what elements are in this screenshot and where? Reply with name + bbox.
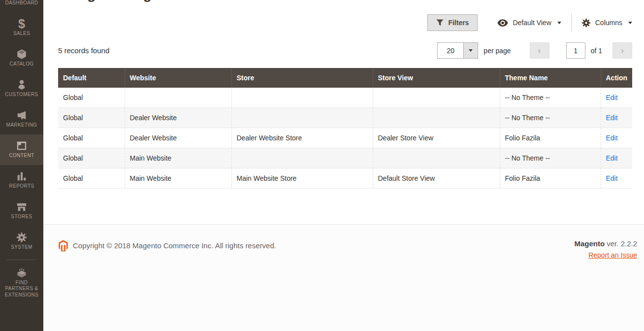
brick-icon bbox=[16, 267, 27, 278]
brand-name: Magento bbox=[574, 239, 605, 248]
per-page-select[interactable]: 20 bbox=[437, 42, 478, 59]
cell-website: Main Website bbox=[125, 148, 231, 168]
edit-link[interactable]: Edit bbox=[606, 114, 618, 122]
sidebar-item-label: MARKETING bbox=[6, 122, 37, 129]
sidebar-item-label: CUSTOMERS bbox=[5, 92, 38, 98]
sidebar-item-catalog[interactable]: CATALOG bbox=[0, 43, 43, 73]
column-header-action: Action bbox=[601, 68, 632, 88]
columns-label: Columns bbox=[595, 19, 622, 27]
cube-icon bbox=[16, 49, 27, 60]
cell-theme-name: -- No Theme -- bbox=[500, 88, 601, 108]
page-title: Design Configuration bbox=[58, 0, 644, 3]
records-pagination-row: 5 records found 20 per page ‹ of 1 › bbox=[58, 42, 632, 59]
sidebar-item-sales[interactable]: $ SALES bbox=[0, 12, 43, 43]
cell-store-view bbox=[373, 88, 500, 108]
cell-website: Main Website bbox=[125, 168, 231, 189]
cell-store bbox=[231, 148, 373, 168]
table-row: Global Dealer Website -- No Theme -- Edi… bbox=[58, 108, 632, 128]
gear-icon bbox=[16, 232, 27, 243]
sidebar-item-label: REPORTS bbox=[9, 183, 34, 190]
window-icon bbox=[16, 140, 27, 151]
columns-dropdown[interactable]: Columns bbox=[581, 18, 632, 28]
cell-store-view: Dealer Store View bbox=[373, 128, 500, 148]
design-config-table: Default Website Store Store View Theme N… bbox=[58, 68, 632, 189]
previous-page-button[interactable]: ‹ bbox=[530, 42, 549, 59]
copyright-text: Copyright © 2018 Magento Commerce Inc. A… bbox=[73, 241, 276, 250]
sidebar-item-label: FIND PARTNERS & EXTENSIONS bbox=[3, 280, 40, 298]
column-header-default[interactable]: Default bbox=[58, 68, 125, 88]
cell-store: Main Website Store bbox=[231, 168, 373, 189]
edit-link[interactable]: Edit bbox=[606, 134, 618, 142]
grid-toolbar: Filters Default View Columns bbox=[43, 13, 632, 32]
sidebar-item-system[interactable]: SYSTEM bbox=[0, 226, 43, 257]
table-row: Global -- No Theme -- Edit bbox=[58, 88, 632, 108]
version-text: Magento ver. 2.2.2 bbox=[574, 239, 637, 248]
table-row: Global Main Website Main Website Store D… bbox=[58, 168, 632, 189]
cell-default: Global bbox=[58, 148, 125, 168]
table-header-row: Default Website Store Store View Theme N… bbox=[58, 68, 632, 88]
edit-link[interactable]: Edit bbox=[606, 94, 618, 101]
chevron-down-icon bbox=[628, 22, 632, 24]
eye-icon bbox=[497, 19, 508, 27]
storefront-icon bbox=[16, 201, 27, 212]
main-content: Design Configuration Filters Default Vie… bbox=[43, 0, 644, 331]
table-row: Global Main Website -- No Theme -- Edit bbox=[58, 148, 632, 168]
person-icon bbox=[16, 79, 27, 90]
edit-link[interactable]: Edit bbox=[606, 174, 618, 182]
sidebar-item-stores[interactable]: STORES bbox=[0, 196, 43, 226]
cell-theme-name: -- No Theme -- bbox=[500, 148, 601, 168]
sidebar-item-label: STORES bbox=[11, 214, 32, 220]
gear-icon bbox=[581, 18, 591, 28]
sidebar-item-reports[interactable]: REPORTS bbox=[0, 165, 43, 196]
select-caret[interactable] bbox=[463, 43, 478, 58]
sidebar-item-dashboard[interactable]: DASHBOARD bbox=[0, 0, 43, 12]
cell-website: Dealer Website bbox=[125, 108, 231, 128]
cell-default: Global bbox=[58, 168, 125, 189]
cell-store bbox=[231, 108, 373, 128]
bar-chart-icon bbox=[16, 171, 27, 182]
cell-store-view bbox=[373, 148, 500, 168]
sidebar-item-label: SALES bbox=[13, 31, 30, 37]
cell-theme-name: -- No Theme -- bbox=[500, 108, 601, 128]
sidebar-item-customers[interactable]: CUSTOMERS bbox=[0, 73, 43, 104]
report-issue-link[interactable]: Report an Issue bbox=[588, 251, 637, 259]
dollar-icon: $ bbox=[18, 18, 25, 29]
current-page-input[interactable] bbox=[566, 42, 585, 59]
cell-website: Dealer Website bbox=[125, 128, 231, 148]
per-page-label: per page bbox=[483, 47, 511, 55]
cell-default: Global bbox=[58, 128, 125, 148]
version-number: ver. 2.2.2 bbox=[607, 239, 637, 248]
column-header-theme-name[interactable]: Theme Name bbox=[500, 68, 601, 88]
sidebar-item-label: DASHBOARD bbox=[5, 0, 38, 6]
cell-store: Dealer Website Store bbox=[231, 128, 373, 148]
cell-store bbox=[231, 88, 373, 108]
column-header-store-view[interactable]: Store View bbox=[373, 68, 500, 88]
cell-theme-name: Folio Fazila bbox=[500, 168, 601, 189]
magento-logo-icon bbox=[58, 239, 68, 252]
admin-footer: Copyright © 2018 Magento Commerce Inc. A… bbox=[43, 224, 644, 331]
toolbar-divider bbox=[571, 14, 572, 32]
filters-button[interactable]: Filters bbox=[427, 14, 478, 31]
edit-link[interactable]: Edit bbox=[606, 154, 618, 162]
sidebar-item-content[interactable]: CONTENT bbox=[0, 134, 43, 165]
sidebar-item-find-partners[interactable]: FIND PARTNERS & EXTENSIONS bbox=[0, 263, 43, 302]
menu-divider bbox=[7, 260, 36, 260]
page-count-label: of 1 bbox=[591, 47, 602, 55]
cell-default: Global bbox=[58, 88, 125, 108]
column-header-website[interactable]: Website bbox=[125, 68, 231, 88]
sidebar-item-label: SYSTEM bbox=[11, 244, 32, 251]
sidebar-item-label: CONTENT bbox=[9, 153, 34, 159]
next-page-button[interactable]: › bbox=[612, 42, 632, 59]
chevron-down-icon bbox=[557, 22, 561, 24]
sidebar-item-label: CATALOG bbox=[9, 61, 33, 67]
sidebar-item-marketing[interactable]: MARKETING bbox=[0, 104, 43, 134]
cell-store-view bbox=[373, 108, 500, 128]
filters-button-label: Filters bbox=[448, 19, 469, 27]
default-view-dropdown[interactable]: Default View bbox=[497, 19, 561, 27]
chevron-down-icon bbox=[469, 49, 473, 52]
megaphone-icon bbox=[16, 110, 27, 121]
column-header-store[interactable]: Store bbox=[231, 68, 373, 88]
per-page-value: 20 bbox=[438, 43, 463, 58]
cell-default: Global bbox=[58, 108, 125, 128]
admin-sidebar: DASHBOARD $ SALES CATALOG CUSTOMERS MARK… bbox=[0, 0, 43, 331]
